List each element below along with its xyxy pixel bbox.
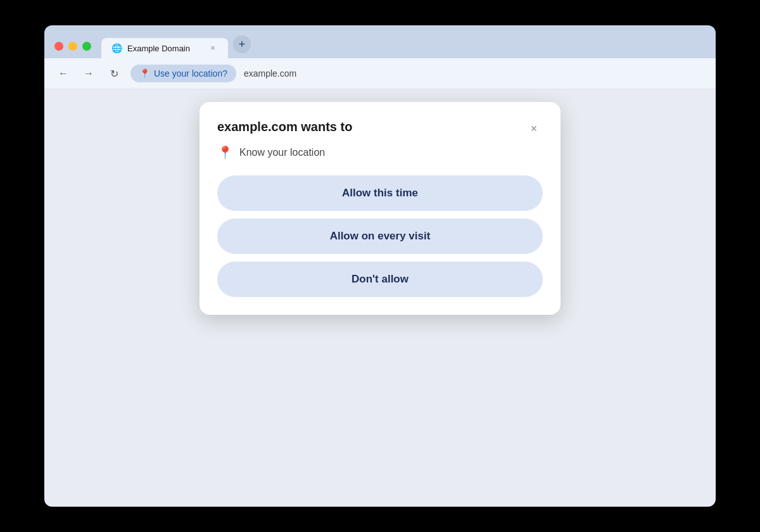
browser-content: example.com wants to × 📍 Know your locat… (44, 89, 716, 507)
location-pin-icon: 📍 (217, 145, 233, 160)
back-button[interactable]: ← (54, 65, 72, 82)
browser-window: 🌐 Example Domain × + ← → ↻ 📍 Use your lo… (44, 25, 716, 507)
allow-once-button[interactable]: Allow this time (217, 175, 543, 211)
tab-close-button[interactable]: × (208, 43, 218, 53)
nav-bar: ← → ↻ 📍 Use your location? example.com (44, 58, 716, 89)
tab-favicon-icon: 🌐 (111, 43, 122, 53)
browser-tab[interactable]: 🌐 Example Domain × (101, 38, 228, 58)
forward-button[interactable]: → (80, 65, 98, 82)
popup-header: example.com wants to × (217, 120, 543, 137)
tab-title: Example Domain (127, 44, 203, 53)
deny-button[interactable]: Don't allow (217, 262, 543, 297)
location-pill-text: Use your location? (154, 68, 227, 79)
forward-icon: → (84, 68, 94, 79)
permission-popup: example.com wants to × 📍 Know your locat… (200, 102, 560, 315)
traffic-lights (54, 42, 91, 58)
reload-button[interactable]: ↻ (105, 65, 123, 82)
location-pin-small-icon: 📍 (139, 68, 150, 79)
address-bar[interactable]: 📍 Use your location? example.com (130, 65, 706, 82)
popup-subtitle-text: Know your location (239, 147, 325, 158)
traffic-light-green[interactable] (82, 42, 91, 51)
tab-bar: 🌐 Example Domain × + (44, 25, 716, 58)
allow-always-button[interactable]: Allow on every visit (217, 218, 543, 254)
new-tab-button[interactable]: + (233, 35, 251, 53)
popup-title: example.com wants to (217, 120, 352, 134)
reload-icon: ↻ (110, 68, 118, 80)
location-permission-pill[interactable]: 📍 Use your location? (130, 65, 236, 82)
back-icon: ← (58, 68, 68, 79)
popup-subtitle: 📍 Know your location (217, 145, 543, 160)
address-domain: example.com (244, 68, 296, 79)
popup-close-button[interactable]: × (525, 120, 543, 137)
traffic-light-yellow[interactable] (68, 42, 77, 51)
traffic-light-red[interactable] (54, 42, 63, 51)
